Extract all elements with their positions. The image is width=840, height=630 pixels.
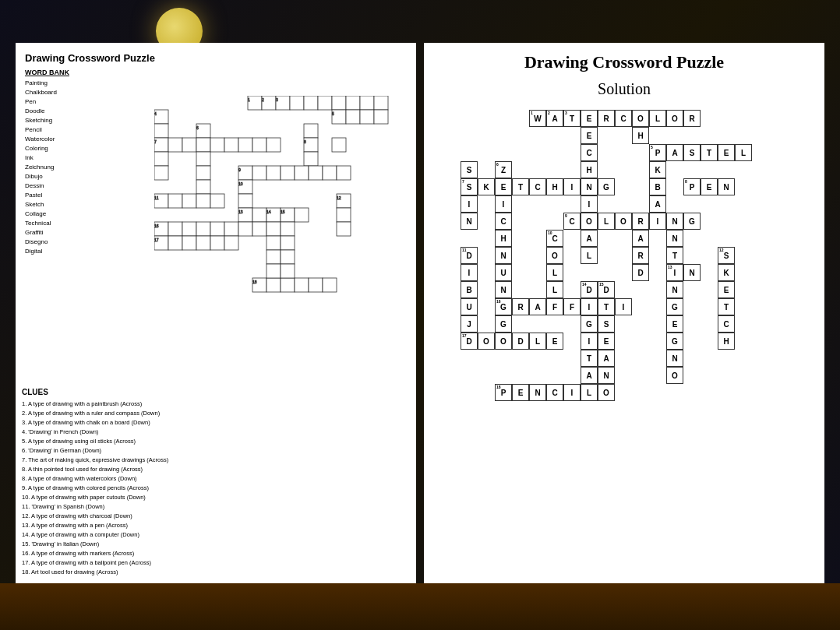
svg-rect-27 bbox=[182, 138, 196, 152]
svg-rect-98 bbox=[309, 278, 323, 292]
clue-10: 10. A type of drawing with paper cutouts… bbox=[22, 493, 410, 502]
clue-4: 4. 'Drawing' in French (Down) bbox=[22, 428, 410, 437]
svg-rect-59 bbox=[210, 194, 224, 208]
svg-rect-46 bbox=[281, 166, 295, 180]
svg-rect-30 bbox=[224, 138, 238, 152]
svg-rect-6 bbox=[290, 96, 304, 110]
clue-16: 16. A type of drawing with markers (Acro… bbox=[22, 549, 410, 558]
solution-label: Solution bbox=[433, 80, 815, 98]
pages-container: Drawing Crossword Puzzle WORD BANK Paint… bbox=[16, 43, 824, 583]
svg-rect-20 bbox=[154, 124, 168, 138]
svg-rect-81 bbox=[266, 222, 281, 236]
svg-rect-29 bbox=[210, 138, 224, 152]
svg-rect-28 bbox=[196, 138, 210, 152]
left-page-title: Drawing Crossword Puzzle bbox=[25, 52, 407, 64]
svg-rect-37 bbox=[154, 152, 168, 166]
svg-text:4: 4 bbox=[154, 111, 157, 116]
right-page: Drawing Crossword Puzzle Solution 1W 2A … bbox=[424, 43, 824, 583]
svg-text:6: 6 bbox=[196, 125, 199, 130]
svg-rect-100 bbox=[266, 250, 281, 264]
clue-9: 9. A type of drawing with colored pencil… bbox=[22, 484, 410, 493]
svg-text:9: 9 bbox=[238, 167, 241, 172]
svg-rect-60 bbox=[238, 194, 252, 208]
clue-8b: 8. A type of drawing with watercolors (D… bbox=[22, 474, 410, 484]
svg-rect-47 bbox=[295, 166, 309, 180]
clue-7: 7. The art of making quick, expressive d… bbox=[22, 456, 410, 465]
bottom-bar bbox=[0, 583, 840, 630]
svg-rect-65 bbox=[252, 208, 266, 222]
svg-rect-70 bbox=[295, 208, 309, 222]
svg-rect-50 bbox=[337, 166, 351, 180]
svg-rect-77 bbox=[210, 222, 224, 236]
svg-text:10: 10 bbox=[238, 181, 243, 186]
svg-rect-97 bbox=[295, 278, 309, 292]
svg-rect-56 bbox=[168, 194, 182, 208]
svg-rect-51 bbox=[196, 180, 210, 194]
svg-rect-102 bbox=[266, 264, 281, 278]
clue-5: 5. A type of drawing using oil sticks (A… bbox=[22, 437, 410, 446]
clue-17: 17. A type of drawing with a ballpoint p… bbox=[22, 558, 410, 568]
svg-rect-57 bbox=[182, 194, 196, 208]
svg-rect-26 bbox=[168, 138, 182, 152]
svg-text:18: 18 bbox=[252, 280, 257, 284]
svg-rect-95 bbox=[266, 278, 281, 292]
svg-rect-76 bbox=[196, 222, 210, 236]
svg-rect-41 bbox=[196, 166, 210, 180]
clue-3: 3. A type of drawing with chalk on a boa… bbox=[22, 418, 410, 428]
left-page: Drawing Crossword Puzzle WORD BANK Paint… bbox=[16, 43, 416, 583]
svg-rect-7 bbox=[304, 96, 318, 110]
svg-rect-86 bbox=[168, 236, 182, 250]
clue-14: 14. A type of drawing with a computer (D… bbox=[22, 530, 410, 540]
svg-text:7: 7 bbox=[154, 139, 157, 144]
svg-rect-90 bbox=[224, 236, 238, 250]
word-bank-title: WORD BANK bbox=[25, 69, 407, 76]
svg-rect-88 bbox=[196, 236, 210, 250]
svg-rect-32 bbox=[252, 138, 266, 152]
clue-12: 12. A type of drawing with charcoal (Dow… bbox=[22, 512, 410, 521]
clue-13: 13. A type of drawing with a pen (Across… bbox=[22, 521, 410, 530]
svg-rect-12 bbox=[374, 96, 388, 110]
clue-2: 2. A type of drawing with a ruler and co… bbox=[22, 409, 410, 418]
svg-rect-9 bbox=[332, 96, 346, 110]
svg-text:11: 11 bbox=[154, 195, 159, 200]
svg-rect-17 bbox=[346, 110, 360, 124]
svg-rect-8 bbox=[318, 96, 332, 110]
crossword-grid-left: 1 2 3 4 5 bbox=[154, 96, 411, 361]
svg-text:3: 3 bbox=[276, 97, 278, 102]
right-page-title: Drawing Crossword Puzzle bbox=[433, 52, 815, 72]
svg-text:17: 17 bbox=[154, 238, 159, 242]
svg-text:5: 5 bbox=[332, 111, 334, 116]
clue-8a: 8. A thin pointed tool used for drawing … bbox=[22, 465, 410, 474]
svg-rect-74 bbox=[168, 222, 182, 236]
svg-rect-96 bbox=[281, 278, 295, 292]
solution-grid: 1W 2A 3T E R C O L O R E H C 5P A S T E … bbox=[461, 110, 788, 546]
svg-rect-71 bbox=[337, 208, 351, 222]
svg-rect-45 bbox=[266, 166, 281, 180]
clue-18: 18. Art tool used for drawing (Across) bbox=[22, 568, 410, 577]
clue-6: 6. 'Drawing' in German (Down) bbox=[22, 446, 410, 456]
svg-rect-18 bbox=[360, 110, 374, 124]
svg-rect-78 bbox=[224, 222, 238, 236]
svg-rect-33 bbox=[266, 138, 281, 152]
svg-text:12: 12 bbox=[337, 195, 341, 200]
svg-rect-36 bbox=[332, 138, 346, 152]
svg-rect-23 bbox=[304, 124, 318, 138]
svg-text:8: 8 bbox=[304, 139, 306, 144]
clue-11: 11. 'Drawing' in Spanish (Down) bbox=[22, 502, 410, 512]
svg-rect-38 bbox=[196, 152, 210, 166]
svg-text:16: 16 bbox=[154, 223, 159, 228]
svg-rect-48 bbox=[309, 166, 323, 180]
svg-rect-49 bbox=[323, 166, 337, 180]
svg-rect-83 bbox=[337, 222, 351, 236]
svg-rect-80 bbox=[252, 222, 266, 236]
svg-rect-10 bbox=[346, 96, 360, 110]
svg-rect-99 bbox=[323, 278, 337, 292]
svg-text:1: 1 bbox=[248, 97, 250, 102]
svg-rect-103 bbox=[281, 264, 295, 278]
svg-text:14: 14 bbox=[266, 209, 271, 214]
svg-rect-75 bbox=[182, 222, 196, 236]
svg-rect-39 bbox=[304, 152, 318, 166]
svg-text:15: 15 bbox=[281, 209, 285, 214]
svg-text:13: 13 bbox=[238, 209, 243, 214]
svg-rect-11 bbox=[360, 96, 374, 110]
